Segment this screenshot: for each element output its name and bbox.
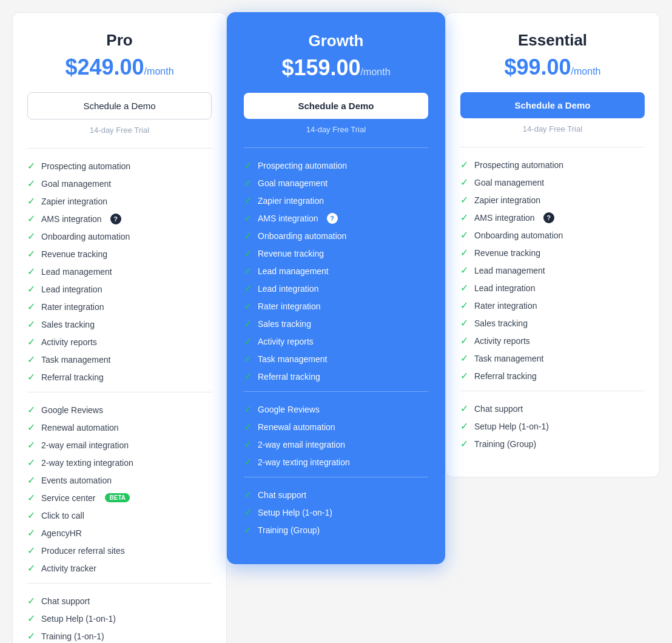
cta-button-essential[interactable]: Schedule a Demo [460, 92, 645, 118]
check-icon: ✓ [460, 177, 468, 188]
feature-item: ✓Rater integration [460, 297, 645, 314]
feature-item: ✓Google Reviews [244, 400, 428, 418]
check-icon: ✓ [27, 371, 35, 383]
check-icon: ✓ [460, 264, 468, 276]
check-icon: ✓ [27, 630, 35, 642]
feature-item: ✓Goal management [460, 173, 645, 191]
cta-button-growth[interactable]: Schedule a Demo [244, 93, 428, 119]
feature-item: ✓Task management [460, 349, 645, 367]
feature-text: Sales tracking [41, 320, 95, 329]
feature-item: ✓Setup Help (1-on-1) [27, 610, 212, 627]
feature-text: Activity reports [474, 336, 530, 346]
feature-text: Renewal automation [258, 422, 335, 432]
feature-item: ✓2-way email integration [27, 436, 212, 454]
check-icon: ✓ [460, 282, 468, 294]
check-icon: ✓ [460, 194, 468, 206]
feature-group-pro-2: ✓Chat support✓Setup Help (1-on-1)✓Traini… [27, 583, 212, 643]
check-icon: ✓ [27, 266, 35, 277]
check-icon: ✓ [244, 353, 252, 365]
feature-item: ✓Lead management [460, 261, 645, 279]
feature-text: Lead management [474, 266, 545, 275]
feature-text: Lead management [41, 267, 112, 277]
check-icon: ✓ [27, 213, 35, 224]
feature-item: ✓Sales tracking [460, 314, 645, 332]
check-icon: ✓ [244, 160, 252, 171]
feature-text: AMS integration [474, 213, 535, 223]
feature-item: ✓Onboarding automation [27, 227, 212, 245]
price-period: /month [571, 66, 601, 76]
feature-item: ✓AMS integration? [460, 209, 645, 226]
feature-text: Lead integration [474, 283, 535, 293]
plan-name-growth: Growth [244, 32, 428, 50]
feature-item: ✓Prospecting automation [244, 157, 428, 174]
feature-text: Revenue tracking [474, 248, 540, 258]
feature-item: ✓Onboarding automation [244, 227, 428, 244]
plan-card-growth: Growth$159.00/monthSchedule a Demo14-day… [227, 12, 445, 564]
check-icon: ✓ [27, 439, 35, 451]
feature-item: ✓Chat support [27, 592, 212, 610]
check-icon: ✓ [460, 300, 468, 311]
feature-text: Revenue tracking [41, 249, 107, 259]
feature-text: Google Reviews [258, 405, 320, 414]
plan-price-pro: $249.00/month [27, 55, 212, 80]
feature-item: ✓AMS integration? [27, 210, 212, 227]
feature-item: ✓Setup Help (1-on-1) [460, 417, 645, 435]
feature-text: AgencyHR [41, 528, 82, 538]
check-icon: ✓ [460, 335, 468, 346]
feature-text: Activity reports [41, 337, 97, 347]
feature-group-growth-2: ✓Chat support✓Setup Help (1-on-1)✓Traini… [244, 477, 428, 539]
pricing-grid: Pro$249.00/monthSchedule a Demo14-day Fr… [12, 12, 660, 643]
feature-group-essential-0: ✓Prospecting automation✓Goal management✓… [460, 147, 645, 385]
info-icon: ? [327, 213, 338, 224]
feature-item: ✓Activity reports [460, 332, 645, 349]
check-icon: ✓ [27, 301, 35, 312]
check-icon: ✓ [460, 352, 468, 364]
check-icon: ✓ [244, 507, 252, 518]
free-trial-pro: 14-day Free Trial [27, 126, 212, 135]
check-icon: ✓ [244, 318, 252, 329]
feature-text: Producer referral sites [41, 546, 125, 556]
check-icon: ✓ [244, 489, 252, 500]
feature-text: Zapier integration [258, 196, 324, 206]
feature-group-pro-1: ✓Google Reviews✓Renewal automation✓2-way… [27, 392, 212, 577]
feature-item: ✓Goal management [244, 174, 428, 192]
check-icon: ✓ [460, 438, 468, 449]
feature-text: Activity reports [258, 337, 314, 346]
check-icon: ✓ [244, 300, 252, 312]
feature-text: Setup Help (1-on-1) [258, 508, 332, 517]
check-icon: ✓ [460, 317, 468, 329]
check-icon: ✓ [460, 229, 468, 241]
feature-text: Zapier integration [474, 195, 540, 205]
feature-item: ✓Rater integration [244, 297, 428, 315]
check-icon: ✓ [244, 403, 252, 415]
feature-text: Zapier integration [41, 197, 107, 206]
feature-item: ✓Task management [27, 351, 212, 368]
feature-item: ✓Activity tracker [27, 559, 212, 577]
feature-text: Lead integration [258, 284, 318, 294]
check-icon: ✓ [27, 354, 35, 365]
feature-item: ✓Activity reports [244, 332, 428, 350]
feature-text: Referral tracking [474, 371, 537, 381]
feature-item: ✓2-way texting integration [27, 454, 212, 471]
feature-text: Training (Group) [474, 439, 536, 449]
feature-text: Goal management [474, 178, 544, 187]
check-icon: ✓ [27, 492, 35, 503]
feature-item: ✓Referral tracking [244, 368, 428, 385]
feature-text: Click to call [41, 511, 84, 520]
feature-item: ✓2-way texting integration [244, 453, 428, 471]
check-icon: ✓ [244, 421, 252, 433]
check-icon: ✓ [460, 212, 468, 223]
feature-item: ✓Chat support [244, 486, 428, 503]
info-icon: ? [110, 214, 121, 224]
feature-text: Rater integration [474, 301, 537, 311]
plan-price-growth: $159.00/month [244, 55, 428, 81]
feature-group-growth-0: ✓Prospecting automation✓Goal management✓… [244, 147, 428, 385]
check-icon: ✓ [27, 160, 35, 172]
feature-text: Referral tracking [258, 372, 320, 382]
feature-item: ✓Setup Help (1-on-1) [244, 503, 428, 521]
cta-button-pro[interactable]: Schedule a Demo [27, 92, 212, 120]
check-icon: ✓ [244, 439, 252, 450]
feature-group-growth-1: ✓Google Reviews✓Renewal automation✓2-way… [244, 391, 428, 471]
check-icon: ✓ [27, 318, 35, 330]
check-icon: ✓ [27, 457, 35, 468]
